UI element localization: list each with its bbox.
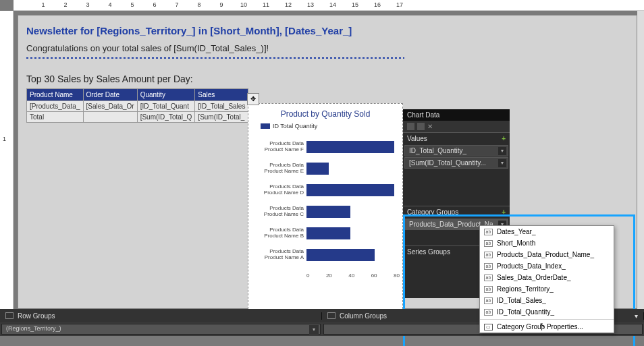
menu-item[interactable]: abID_Total_Quantity_	[480, 306, 614, 318]
row-group-dropdown[interactable]: (Regions_Territory_) ▾	[1, 324, 321, 335]
chart-data-title: Chart Data	[407, 111, 439, 119]
pane-tool-icon[interactable]	[417, 123, 425, 130]
chevron-down-icon[interactable]: ▾	[635, 312, 638, 320]
move-handle-icon[interactable]: ✥	[247, 93, 259, 105]
col-sales[interactable]: Sales	[195, 89, 248, 101]
chart-data-header[interactable]: Chart Data	[403, 109, 510, 121]
sales-table[interactable]: Product Name Order Date Quantity Sales […	[26, 88, 248, 123]
value-expr-item[interactable]: [Sum(ID_Total_Quantity... ▾	[404, 157, 508, 169]
field-icon: ab	[484, 240, 493, 247]
chevron-down-icon[interactable]: ▾	[309, 325, 319, 335]
legend-swatch	[261, 123, 270, 129]
table-header-row: Product Name Order Date Quantity Sales	[27, 89, 248, 101]
dotted-separator	[26, 57, 404, 59]
chart-plot-area[interactable]: Products Data Product Name F Products Da…	[254, 138, 402, 272]
col-product-name[interactable]: Product Name	[27, 89, 84, 101]
field-icon: ab	[484, 297, 493, 304]
menu-separator	[480, 319, 614, 320]
row-groups-header[interactable]: Row Groups	[0, 312, 322, 320]
col-quantity[interactable]: Quantity	[137, 89, 195, 101]
field-icon: ab	[484, 286, 493, 293]
values-label: Values	[407, 135, 427, 142]
category-groups-label: Category Groups	[407, 208, 458, 216]
field-icon: ab	[484, 263, 493, 270]
chart-title[interactable]: Product by Quantity Sold	[248, 109, 402, 119]
chevron-down-icon[interactable]: ▾	[498, 159, 506, 167]
menu-item[interactable]: abID_Total_Sales_	[480, 295, 614, 306]
field-icon: ab	[484, 309, 493, 316]
field-icon: ab	[484, 252, 493, 258]
field-icon: ab	[484, 229, 493, 235]
bar	[306, 206, 350, 218]
field-icon: ab	[484, 275, 493, 281]
menu-item-properties[interactable]: ▭Category Group Properties...	[480, 321, 614, 333]
menu-item[interactable]: abProducts_Data_Product_Name_	[480, 249, 614, 260]
chart-x-axis: 0 20 40 60 80	[306, 272, 402, 286]
row-groups-icon	[5, 312, 14, 319]
vertical-scrollbar[interactable]	[637, 11, 644, 309]
bar	[306, 163, 329, 175]
chart-data-toolbar[interactable]: ✕	[403, 121, 510, 132]
values-section: Values + ID_Total_Quantity_ ▾ [Sum(ID_To…	[403, 132, 510, 172]
chart-region[interactable]: ✥ Product by Quantity Sold ID Total Quan…	[248, 103, 403, 312]
menu-item[interactable]: abDates_Year_	[480, 226, 614, 237]
column-groups-icon	[327, 312, 336, 319]
menu-item[interactable]: abProducts_Data_Index_	[480, 260, 614, 272]
value-field-item[interactable]: ID_Total_Quantity_ ▾	[404, 145, 508, 156]
legend-label: ID Total Quantity	[273, 123, 317, 129]
bar	[306, 141, 394, 153]
bar	[306, 249, 375, 261]
vertical-ruler: 1	[0, 11, 14, 309]
menu-item[interactable]: abRegions_Territory_	[480, 283, 614, 295]
col-order-date[interactable]: Order Date	[83, 89, 137, 101]
field-context-menu[interactable]: abDates_Year_ abShort_Month abProducts_D…	[479, 225, 614, 333]
bar	[306, 184, 394, 196]
chart-legend: ID Total Quantity	[261, 123, 402, 129]
add-value-icon[interactable]: +	[502, 135, 506, 142]
congrats-text[interactable]: Congratulations on your total sales of […	[26, 43, 628, 53]
bar	[306, 227, 350, 239]
menu-item[interactable]: abShort_Month	[480, 237, 614, 249]
horizontal-ruler: 1 2 3 4 5 6 7 8 9 10 11 12 13 14 15 16 1…	[14, 0, 644, 11]
add-category-icon[interactable]: +	[502, 208, 506, 216]
table-row: [Products_Data_ [Sales_Data_Or [ID_Total…	[27, 101, 248, 112]
close-icon[interactable]: ✕	[427, 123, 435, 130]
properties-icon: ▭	[484, 324, 493, 330]
menu-item[interactable]: abSales_Data_OrderDate_	[480, 272, 614, 283]
series-groups-label: Series Groups	[407, 248, 450, 256]
page-title[interactable]: Newsletter for [Regions_Territory_] in […	[26, 25, 628, 36]
pane-tool-icon[interactable]	[407, 123, 414, 130]
subheading[interactable]: Top 30 Sales by Sales Amount per Day:	[26, 74, 628, 84]
chevron-down-icon[interactable]: ▾	[498, 147, 506, 155]
table-row: Total [Sum(ID_Total_Q [Sum(ID_Total_	[27, 112, 248, 123]
